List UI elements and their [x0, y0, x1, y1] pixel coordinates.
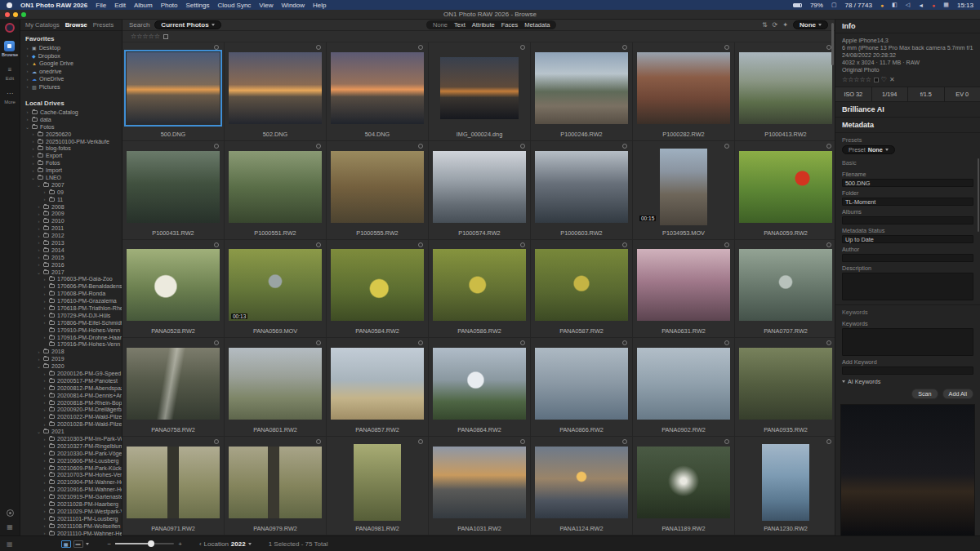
disclosure-arrow-icon[interactable]: › — [42, 509, 47, 513]
disclosure-arrow-icon[interactable]: › — [31, 168, 35, 173]
folder-tree-item[interactable]: › 20210916-PM-Wahner-Heide — [20, 486, 122, 493]
folder-tree-item[interactable]: › 20201022-PM-Wald-Pilze — [20, 413, 122, 420]
disclosure-arrow-icon[interactable]: ⌄ — [37, 182, 41, 188]
chevron-down-icon[interactable] — [86, 543, 89, 545]
filter-segment[interactable]: Faces — [501, 21, 518, 29]
disclosure-arrow-icon[interactable]: › — [37, 204, 41, 209]
field-value[interactable]: Up to Date — [842, 235, 973, 243]
photo-cell[interactable]: PANA0857.RW2 — [327, 338, 429, 437]
disclosure-arrow-icon[interactable]: › — [31, 146, 35, 151]
folder-tree-item[interactable]: › 2014 — [20, 247, 122, 254]
menu-bar-clock[interactable]: 15:13 — [957, 2, 973, 9]
reject-icon[interactable]: ✕ — [889, 76, 895, 83]
photo-cell[interactable]: P1000551.RW2 — [225, 141, 327, 240]
menu-item[interactable]: Cloud Sync — [217, 2, 251, 9]
field-value[interactable] — [842, 273, 973, 300]
photo-cell[interactable]: P1000574.RW2 — [429, 141, 531, 240]
folder-tree-item[interactable]: › 20210609-PM-Park-Kücken — [20, 464, 122, 472]
photo-cell[interactable]: PANA0584.RW2 — [327, 240, 429, 339]
star-rating[interactable]: ☆☆☆☆☆ — [842, 76, 871, 83]
photo-cell[interactable]: PANA1189.RW2 — [633, 437, 735, 535]
photo-cell[interactable]: PANA0059.RW2 — [735, 141, 837, 240]
disclosure-arrow-icon[interactable]: ⌄ — [25, 124, 29, 130]
disclosure-arrow-icon[interactable]: › — [37, 211, 41, 216]
favorite-item[interactable]: › ☁ OneDrive — [20, 75, 122, 83]
folder-tree-item[interactable]: ⌄ 2020 — [20, 362, 122, 370]
folder-tree-item[interactable]: ⌄ 2007 — [20, 181, 122, 189]
photo-cell[interactable]: P1000555.RW2 — [327, 141, 429, 240]
disclosure-arrow-icon[interactable]: › — [37, 262, 41, 267]
folder-tree-item[interactable]: › Import — [20, 167, 122, 174]
thumbnail-size-icon[interactable]: ▦ — [7, 540, 13, 548]
folder-tree-item[interactable]: ⌄ Fotos — [20, 123, 122, 131]
disclosure-arrow-icon[interactable]: › — [42, 385, 47, 390]
module-nav-item[interactable]: More — [2, 88, 18, 104]
volume-icon[interactable]: ◄ — [918, 2, 924, 8]
enhance-icon[interactable]: ✦ — [782, 21, 788, 29]
folder-tree-item[interactable]: › blog-fotos — [20, 144, 122, 152]
disclosure-arrow-icon[interactable]: › — [42, 284, 47, 289]
disclosure-arrow-icon[interactable]: › — [25, 61, 29, 66]
favorite-item[interactable]: › ▲ Google Drive — [20, 60, 122, 68]
like-icon[interactable]: ♡ — [881, 76, 887, 83]
grid-view-button[interactable]: ▦ — [61, 540, 71, 548]
disclosure-arrow-icon[interactable]: › — [25, 117, 29, 122]
dual-mode-icon[interactable]: ▦ — [7, 523, 13, 531]
brilliance-ai-heading[interactable]: Brilliance AI — [835, 102, 980, 118]
disclosure-arrow-icon[interactable]: › — [42, 495, 47, 500]
display-icon[interactable]: ▢ — [831, 2, 837, 8]
folder-tree-item[interactable]: › 20211110-PM-Wahner-Heide — [20, 530, 122, 535]
photo-cell[interactable]: 502.DNG — [225, 42, 327, 141]
photo-cell[interactable]: PANA1230.RW2 — [735, 437, 837, 535]
disclosure-arrow-icon[interactable]: › — [31, 153, 35, 158]
disclosure-arrow-icon[interactable]: › — [31, 161, 35, 166]
menu-item[interactable]: Photo — [161, 2, 178, 9]
location-breadcrumb[interactable]: ‹ Location 2022 — [199, 540, 252, 548]
disclosure-arrow-icon[interactable]: › — [42, 502, 47, 507]
folder-tree-item[interactable]: ⌄ 2017 — [20, 269, 122, 276]
disclosure-arrow-icon[interactable]: ⌄ — [37, 429, 41, 434]
disclosure-arrow-icon[interactable]: › — [42, 437, 47, 442]
photo-cell[interactable]: 504.DNG — [327, 42, 429, 141]
zoom-in-icon[interactable]: + — [178, 540, 182, 548]
metadata-preset-dropdown[interactable]: Preset None — [842, 145, 895, 154]
folder-tree-item[interactable]: › 20200126-PM-G9-Speed — [20, 370, 122, 377]
disclosure-arrow-icon[interactable]: › — [42, 487, 47, 492]
module-nav-item[interactable]: Browse — [2, 41, 18, 57]
menu-item[interactable]: Help — [313, 2, 326, 9]
zoom-slider-knob[interactable] — [148, 540, 154, 547]
folder-tree-item[interactable]: › Cache-Catalog — [20, 109, 122, 116]
folder-tree-item[interactable]: › 2011 — [20, 224, 122, 232]
module-nav-item[interactable]: Edit — [2, 64, 18, 81]
photo-cell[interactable]: PANA0586.RW2 — [429, 240, 531, 339]
disclosure-arrow-icon[interactable]: › — [42, 291, 47, 296]
photo-cell[interactable]: PANA0707.RW2 — [735, 240, 837, 339]
sidebar-tab[interactable]: My Catalogs — [25, 21, 60, 29]
menu-item[interactable]: Album — [134, 2, 153, 9]
folder-tree-item[interactable]: › 170610-PM-Grazalema — [20, 297, 122, 304]
disclosure-arrow-icon[interactable]: › — [42, 393, 47, 398]
disclosure-arrow-icon[interactable]: › — [31, 131, 35, 136]
folder-tree-item[interactable]: › 20210703-PM-Hohes-Venn — [20, 472, 122, 479]
photo-cell[interactable]: PANA0935.RW2 — [735, 338, 837, 437]
folder-tree-item[interactable]: › 2013 — [20, 239, 122, 247]
sort-dropdown[interactable]: None — [793, 20, 828, 29]
folder-tree-item[interactable]: › 170608-PM-Ronda — [20, 290, 122, 297]
photo-cell[interactable]: P1000282.RW2 — [633, 42, 735, 141]
app-menu-title[interactable]: ON1 Photo RAW 2026 — [20, 2, 87, 9]
menu-item[interactable]: Window — [282, 2, 305, 9]
disclosure-arrow-icon[interactable]: › — [42, 407, 47, 412]
disclosure-arrow-icon[interactable]: ⌄ — [31, 175, 35, 180]
info-panel-scrollbar[interactable] — [978, 158, 979, 232]
folder-tree-item[interactable]: › 20211029-PM-Westpark-Video — [20, 508, 122, 515]
disclosure-arrow-icon[interactable]: › — [42, 277, 47, 282]
account-icon[interactable] — [7, 509, 14, 517]
disclosure-arrow-icon[interactable]: › — [42, 189, 47, 194]
disclosure-arrow-icon[interactable]: › — [42, 523, 47, 528]
keywords-box[interactable] — [842, 328, 973, 356]
sidebar-tab[interactable]: Browse — [65, 21, 87, 29]
disclosure-arrow-icon[interactable]: › — [25, 53, 29, 58]
folder-tree-item[interactable]: › 20210327-PM-Ringelblume — [20, 442, 122, 450]
folder-tree-item[interactable]: 170916-PM-Hohes-Venn — [20, 341, 122, 349]
filter-segment[interactable]: Attribute — [472, 21, 495, 29]
